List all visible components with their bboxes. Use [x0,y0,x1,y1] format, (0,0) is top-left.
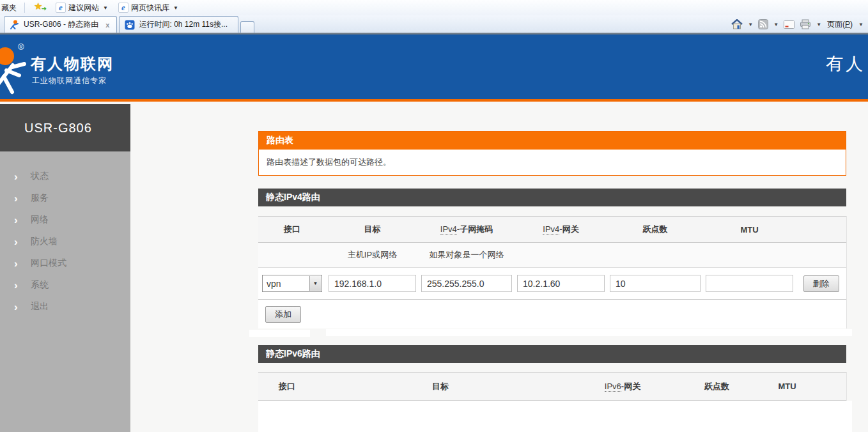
col-header-interface: 接口 [258,217,326,242]
route-table-description: 路由表描述了数据包的可达路径。 [259,150,846,175]
home-icon [731,19,743,29]
col-header-gateway: IPv6-网关 [565,373,680,400]
ipv4-section-header: 静态IPv4路由 [258,189,846,206]
feeds-button[interactable] [756,18,770,31]
print-dropdown-icon[interactable]: ▼ [814,22,823,27]
col-header-metric: 跃点数 [607,217,703,242]
page-viewport: ® 有人物联网 工业物联网通信专家 有人 USR-G806 [0,33,868,432]
mail-icon [784,20,794,29]
paw-favicon-icon [125,20,135,30]
svg-text:®: ® [18,42,24,52]
col-header-metric: 跃点数 [680,373,754,400]
col-header-target: 目标 [316,373,565,400]
web-slices-label: 网页快讯库 [131,3,169,13]
ipv6-table-header-row: 接口 目标 IPv6-网关 跃点数 MTU [258,372,846,401]
page-menu-button[interactable]: 页面(P) [825,19,855,30]
web-slices-button[interactable]: e 网页快讯库 ▼ [113,1,183,15]
favorites-label[interactable]: 藏夹 [0,3,20,13]
page-menu-dropdown-icon[interactable]: ▼ [856,22,865,27]
chevron-down-icon: ▼ [103,5,108,11]
page-strip [249,330,310,337]
brand-title: 有人物联网 [31,54,114,74]
new-tab-button[interactable] [240,21,254,33]
usr-favicon-icon [10,20,20,30]
ipv6-table-body [258,401,852,432]
target-input[interactable] [329,275,416,292]
favorites-bar: 藏夹 ★➜ e 建议网站 ▼ e 网页快讯库 ▼ [0,0,868,15]
brand-right-text: 有人 [826,52,865,75]
brand-subtitle: 工业物联网通信专家 [32,75,107,86]
suggested-sites-label: 建议网站 [68,3,99,13]
add-favorite-button[interactable]: ★➜ [29,1,50,15]
gateway-input[interactable] [517,275,605,292]
interface-select[interactable]: vpn ▼ [262,275,322,292]
route-table-title: 路由表 [259,132,846,150]
home-button[interactable] [729,18,745,31]
tab-title: 运行时间: 0h 12m 11s接... [139,19,228,30]
col-header-target: 目标 [326,217,419,242]
select-dropdown-icon[interactable]: ▼ [309,276,321,291]
add-button[interactable]: 添加 [265,306,301,323]
mtu-input[interactable] [706,275,793,292]
col-header-mtu: MTU [754,373,821,400]
ipv6-routes-table: 接口 目标 IPv6-网关 跃点数 MTU [258,372,847,401]
ie-page-icon: e [56,3,66,13]
tab-usr-g806[interactable]: USR-G806 - 静态路由 x [4,16,117,33]
printer-icon [800,19,811,29]
tab-close-icon[interactable]: x [104,21,111,29]
chevron-down-icon: ▼ [173,5,178,11]
site-header: ® 有人物联网 工业物联网通信专家 有人 [0,35,868,102]
tab-runtime[interactable]: 运行时间: 0h 12m 11s接... [119,16,238,33]
subheader-target-hint: 主机IP或网络 [326,243,419,267]
delete-button[interactable]: 删除 [803,275,839,292]
col-header-mtu: MTU [703,217,796,242]
rss-icon [758,19,768,29]
interface-select-value: vpn [263,279,281,289]
print-button[interactable] [798,18,813,31]
ipv6-section-header: 静态IPv6路由 [258,345,846,363]
ipv4-routes-table: 接口 目标 IPv4-子网掩码 IPv4-网关 跃点数 [258,216,847,328]
command-bar: ▼ ▼ ▼ 页面(P) ▼ [729,15,865,33]
main-content: 路由表 路由表描述了数据包的可达路径。 静态IPv4路由 接口 目标 IPv4-… [0,104,868,432]
usr-logo-icon: ® [0,38,32,99]
ipv4-route-row: vpn ▼ [258,268,846,300]
col-header-actions [796,217,846,242]
metric-input[interactable] [610,275,701,292]
ie-page-icon: e [118,3,128,13]
col-header-netmask: IPv4-子网掩码 [419,217,515,242]
ipv4-table-header-row: 接口 目标 IPv4-子网掩码 IPv4-网关 跃点数 [258,216,846,243]
read-mail-button[interactable] [782,19,796,30]
home-dropdown-icon[interactable]: ▼ [746,22,755,27]
col-header-gateway: IPv4-网关 [515,217,607,242]
col-header-interface: 接口 [258,373,316,400]
separator [24,3,25,13]
ipv4-table-subheader-row: 主机IP或网络 如果对象是一个网络 [258,243,846,268]
route-table-box: 路由表 路由表描述了数据包的可达路径。 [258,131,846,176]
ipv4-add-row: 添加 [258,300,846,328]
feeds-dropdown-icon[interactable]: ▼ [771,22,780,27]
star-add-favorite-icon: ★➜ [34,3,45,13]
netmask-input[interactable] [421,275,512,292]
browser-window: 藏夹 ★➜ e 建议网站 ▼ e 网页快讯库 ▼ [0,0,868,432]
subheader-netmask-hint: 如果对象是一个网络 [419,243,515,267]
tab-title: USR-G806 - 静态路由 [24,19,98,30]
suggested-sites-button[interactable]: e 建议网站 ▼ [50,1,113,15]
page-strip [326,329,852,336]
